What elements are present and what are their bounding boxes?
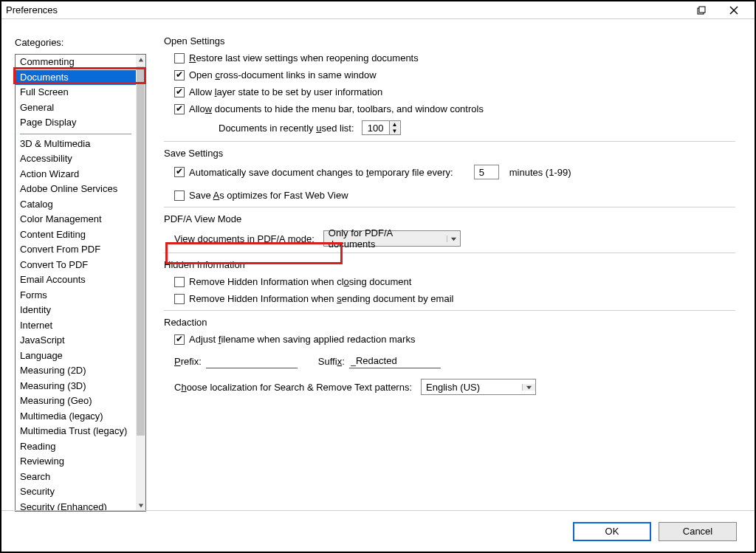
category-item[interactable]: Convert From PDF <box>16 242 136 258</box>
chevron-down-icon <box>522 384 535 391</box>
category-item[interactable]: Accessibility <box>16 151 136 167</box>
layer-checkbox[interactable] <box>174 87 185 97</box>
category-item[interactable]: JavaScript <box>16 333 136 348</box>
category-item[interactable]: Security (Enhanced) <box>16 500 136 512</box>
group-pdfa: PDF/A View Mode View documents in PDF/A … <box>164 213 735 247</box>
autosave-label: Automatically save document changes to t… <box>189 167 453 178</box>
prefix-suffix-row: Prefix: Suffix: <box>174 354 735 368</box>
close-icon[interactable] <box>718 2 750 18</box>
adjust-row[interactable]: Adjust filename when saving applied reda… <box>174 334 735 345</box>
loc-select[interactable]: English (US) <box>421 379 536 395</box>
group-redaction: Redaction Adjust filename when saving ap… <box>164 317 735 395</box>
cross-checkbox[interactable] <box>174 70 185 80</box>
titlebar: Preferences <box>1 1 755 19</box>
categories-listbox[interactable]: CommentingDocumentsFull ScreenGeneralPag… <box>15 54 146 512</box>
hidectl-label: Allow documents to hide the menu bar, to… <box>189 103 484 114</box>
category-item[interactable]: Reviewing <box>16 454 136 470</box>
category-item[interactable]: Search <box>16 470 136 485</box>
pdfa-select-value: Only for PDF/A documents <box>329 227 447 250</box>
category-item[interactable]: Documents <box>16 70 136 86</box>
category-item[interactable]: Multimedia Trust (legacy) <box>16 424 136 439</box>
group-open-settings: Open Settings Restore last view settings… <box>164 35 735 135</box>
category-item[interactable]: Commenting <box>16 55 136 70</box>
hidden-close-checkbox[interactable] <box>174 277 185 287</box>
recent-input[interactable] <box>362 120 390 135</box>
category-item[interactable]: Reading <box>16 439 136 455</box>
category-item[interactable]: Language <box>16 348 136 364</box>
category-item[interactable]: Convert To PDF <box>16 258 136 273</box>
scroll-up-icon[interactable] <box>136 55 145 65</box>
group-hidden: Hidden Information Remove Hidden Informa… <box>164 259 735 304</box>
category-item[interactable]: Forms <box>16 288 136 303</box>
category-item[interactable]: Content Editing <box>16 227 136 243</box>
category-item[interactable]: Identity <box>16 303 136 318</box>
hidden-send-row[interactable]: Remove Hidden Information when sending d… <box>174 293 735 304</box>
autosave-checkbox[interactable] <box>174 167 185 177</box>
window-title: Preferences <box>6 4 685 16</box>
fastweb-row[interactable]: Save As optimizes for Fast Web View <box>174 190 735 201</box>
restore-checkbox[interactable] <box>174 53 185 63</box>
scroll-down-icon[interactable] <box>136 501 145 511</box>
cross-label: Open cross-document links in same window <box>189 69 377 80</box>
cross-row[interactable]: Open cross-document links in same window <box>174 69 735 80</box>
svg-marker-6 <box>451 237 456 241</box>
category-item[interactable]: 3D & Multimedia <box>16 137 136 152</box>
loc-label: Choose localization for Search & Remove … <box>174 382 412 393</box>
layer-row[interactable]: Allow layer state to be set by user info… <box>174 86 735 97</box>
cancel-button[interactable]: Cancel <box>659 522 737 541</box>
recent-label: Documents in recently used list: <box>219 123 354 134</box>
save-settings-heading: Save Settings <box>164 148 735 159</box>
category-item[interactable]: Measuring (Geo) <box>16 394 136 409</box>
ok-button[interactable]: OK <box>573 522 651 541</box>
hidden-send-label: Remove Hidden Information when sending d… <box>189 293 453 304</box>
restore-label: Restore last view settings when reopenin… <box>189 52 419 63</box>
group-save-settings: Save Settings Automatically save documen… <box>164 148 735 201</box>
category-item[interactable]: Measuring (2D) <box>16 363 136 379</box>
suffix-label: Suffix: <box>318 356 345 367</box>
category-item[interactable]: Security <box>16 484 136 500</box>
hidectl-checkbox[interactable] <box>174 104 185 114</box>
spin-down-icon[interactable]: ▼ <box>390 128 400 134</box>
hidden-send-checkbox[interactable] <box>174 294 185 304</box>
category-item[interactable]: General <box>16 100 136 116</box>
adjust-checkbox[interactable] <box>174 334 185 345</box>
suffix-input[interactable] <box>349 354 441 368</box>
category-item[interactable]: Adobe Online Services <box>16 182 136 197</box>
layer-label: Allow layer state to be set by user info… <box>189 86 382 97</box>
svg-rect-1 <box>699 7 705 13</box>
restore-icon[interactable] <box>685 2 718 18</box>
hidden-close-row[interactable]: Remove Hidden Information when closing d… <box>174 276 735 287</box>
category-item[interactable]: Measuring (3D) <box>16 379 136 394</box>
hidectl-row[interactable]: Allow documents to hide the menu bar, to… <box>174 103 735 114</box>
redaction-heading: Redaction <box>164 317 735 328</box>
category-item[interactable]: Multimedia (legacy) <box>16 409 136 425</box>
pdfa-heading: PDF/A View Mode <box>164 213 735 224</box>
scrollbar[interactable] <box>136 55 145 511</box>
prefix-label: Prefix: <box>174 356 202 367</box>
hidden-heading: Hidden Information <box>164 259 735 270</box>
fastweb-checkbox[interactable] <box>174 190 185 201</box>
svg-marker-7 <box>526 385 532 389</box>
category-item[interactable]: Action Wizard <box>16 167 136 182</box>
svg-marker-4 <box>138 58 142 62</box>
restore-row[interactable]: Restore last view settings when reopenin… <box>174 52 735 63</box>
category-item[interactable]: Catalog <box>16 197 136 213</box>
category-item[interactable]: Full Screen <box>16 85 136 100</box>
footer: OK Cancel <box>1 510 755 552</box>
category-item[interactable]: Color Management <box>16 212 136 227</box>
loc-select-value: English (US) <box>426 382 522 393</box>
category-item[interactable]: Email Accounts <box>16 272 136 288</box>
pdfa-select[interactable]: Only for PDF/A documents <box>323 230 461 247</box>
autosave-row[interactable]: Automatically save document changes to t… <box>174 165 735 179</box>
category-item[interactable]: Internet <box>16 318 136 334</box>
recent-row: Documents in recently used list: ▲▼ <box>174 120 735 135</box>
prefix-input[interactable] <box>206 354 298 368</box>
spin-up-icon[interactable]: ▲ <box>390 121 400 128</box>
autosave-suffix: minutes (1-99) <box>509 167 571 178</box>
scroll-thumb[interactable] <box>137 66 145 436</box>
pdfa-row: View documents in PDF/A mode: Only for P… <box>174 230 735 247</box>
autosave-input[interactable] <box>474 165 499 179</box>
category-item[interactable]: Page Display <box>16 115 136 131</box>
categories-label: Categories: <box>15 37 146 48</box>
loc-row: Choose localization for Search & Remove … <box>174 379 735 395</box>
